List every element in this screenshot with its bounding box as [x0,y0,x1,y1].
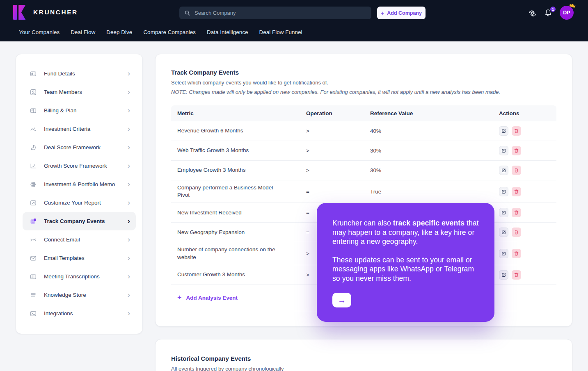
table-row: Company performed a Business Model Pivot… [171,180,556,203]
search-icon [184,10,190,16]
delete-button[interactable] [512,228,521,237]
trash-icon [514,230,519,235]
cell-reference: 40% [370,128,499,134]
cell-actions [499,228,556,237]
id-card-icon [30,71,37,77]
history-title: Historical Company Events [171,355,556,362]
cell-actions [499,270,556,280]
trash-icon [514,128,519,134]
premium-crown-icon [568,2,576,10]
page-subtitle: Select which company events you would li… [171,80,556,86]
onboarding-tooltip: Kruncher can also track specific events … [317,203,494,322]
delete-button[interactable] [512,126,521,136]
user-avatar[interactable]: DP [560,6,574,20]
edit-button[interactable] [499,270,508,280]
cell-actions [499,249,556,258]
sidebar-item-customize-your-report[interactable]: Customize Your Report› [23,193,136,212]
terminal-icon [30,310,37,317]
edit-button[interactable] [499,146,508,155]
table-header: MetricOperationReference ValueActions [171,105,556,121]
cell-operation: = [306,189,370,195]
company-search[interactable] [179,7,371,19]
sidebar-item-label: Growth Score Framework [44,163,128,169]
brand[interactable]: KRUNCHER [12,5,78,20]
chevron-right-icon: › [128,254,130,263]
delete-button[interactable] [512,146,521,155]
chevron-right-icon: › [128,106,130,115]
trash-icon [514,168,519,173]
chevron-right-icon: › [128,143,130,152]
nav-link-your-companies[interactable]: Your Companies [19,29,59,35]
edit-button[interactable] [499,249,508,258]
add-company-button[interactable]: + Add Company [377,7,426,19]
sidebar-item-meeting-transcriptions[interactable]: Meeting Transcriptions› [23,267,136,286]
delete-button[interactable] [512,249,521,258]
page-note: NOTE: Changes made will only be applied … [171,89,556,95]
cell-metric: Employee Growth 3 Months [177,163,306,178]
header-cell-operation: Operation [306,110,370,116]
trash-icon [514,148,519,153]
chevron-right-icon: › [128,309,130,318]
cell-actions [499,166,556,175]
settings-gear-icon[interactable] [527,8,538,18]
edit-button[interactable] [499,187,508,196]
sidebar-item-label: Fund Details [44,71,128,77]
nav-link-deep-dive[interactable]: Deep Dive [106,29,132,35]
cell-operation: > [306,148,370,154]
sidebar-item-fund-details[interactable]: Fund Details› [23,64,136,83]
sidebar-item-integrations[interactable]: Integrations› [23,304,136,323]
edit-icon [501,230,506,235]
historical-events-panel: Historical Company Events All events tri… [155,339,572,371]
chevron-right-icon: › [128,217,130,226]
delete-button[interactable] [512,208,521,217]
nav-link-compare-companies[interactable]: Compare Companies [143,29,196,35]
chevron-right-icon: › [128,88,130,97]
score-pie-icon [30,144,37,151]
sidebar-item-investment-criteria[interactable]: Investment Criteria› [23,120,136,138]
edit-button[interactable] [499,126,508,136]
cell-actions [499,187,556,196]
trend-icon [30,126,37,132]
credit-card-icon [30,107,37,114]
arrow-right-icon: → [338,296,346,305]
chevron-right-icon: › [128,235,130,244]
edit-button[interactable] [499,228,508,237]
add-analysis-event-label: Add Analysis Event [186,295,238,301]
sidebar-item-label: Team Members [44,89,128,95]
sidebar-item-deal-score-framework[interactable]: Deal Score Framework› [23,138,136,157]
nav-link-deal-flow-funnel[interactable]: Deal Flow Funnel [259,29,302,35]
nav-link-deal-flow[interactable]: Deal Flow [71,29,95,35]
sidebar-item-track-company-events[interactable]: Track Company Events› [23,212,136,230]
search-input[interactable] [194,10,366,16]
edit-button[interactable] [499,208,508,217]
add-company-label: Add Company [387,10,422,16]
chevron-right-icon: › [128,198,130,207]
delete-button[interactable] [512,187,521,196]
signature-icon [30,237,37,243]
cell-reference: True [370,189,499,195]
edit-button[interactable] [499,166,508,175]
tooltip-next-button[interactable]: → [332,293,351,307]
sidebar-item-growth-score-framework[interactable]: Growth Score Framework› [23,157,136,175]
sidebar-item-knowledge-store[interactable]: Knowledge Store› [23,286,136,304]
sidebar-item-label: Integrations [44,310,128,316]
sidebar-item-connect-email[interactable]: Connect Email› [23,230,136,249]
header-cell-actions: Actions [499,110,556,116]
notifications-bell-icon[interactable]: 1 [543,8,554,18]
delete-button[interactable] [512,166,521,175]
nav-link-data-intelligence[interactable]: Data Intelligence [207,29,248,35]
sidebar-item-investment-portfolio-memo[interactable]: Investment & Portfolio Memo› [23,175,136,193]
sidebar-item-team-members[interactable]: Team Members› [23,83,136,101]
page-title: Track Company Events [171,69,556,76]
tooltip-paragraph-1: Kruncher can also track specific events … [332,219,480,246]
atom-icon [30,181,37,188]
cell-metric: Company performed a Business Model Pivot [177,180,306,203]
sidebar-item-billing-plan[interactable]: Billing & Plan› [23,101,136,120]
trash-icon [514,251,519,256]
notification-badge: 1 [549,6,556,13]
delete-button[interactable] [512,270,521,280]
sidebar-item-label: Knowledge Store [44,292,128,298]
sidebar-item-label: Connect Email [44,237,128,243]
sidebar-item-email-templates[interactable]: Email Templates› [23,249,136,267]
header-cell-metric: Metric [177,110,306,116]
